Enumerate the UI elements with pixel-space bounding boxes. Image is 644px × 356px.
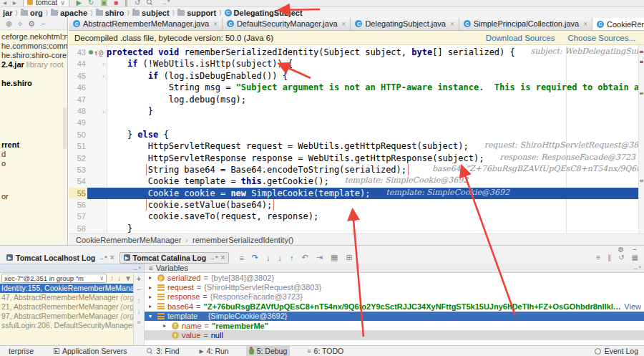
toolwindow-button-3-find[interactable]: 3: Find (144, 346, 182, 356)
code-line[interactable]: 55 Cookie cookie = new SimpleCookie(temp… (69, 188, 638, 199)
toolwindow-button-4-run[interactable]: ▶4: Run (197, 346, 232, 356)
code-line[interactable]: 54 Cookie template = this.getCookie();te… (69, 175, 638, 187)
hamburger-icon[interactable]: ≡ (239, 254, 243, 262)
download-sources-link[interactable]: Download Sources (486, 34, 555, 42)
expand-icon[interactable]: ▸ (149, 284, 155, 291)
editor-scrollbar[interactable] (638, 45, 644, 234)
move-down-icon[interactable]: ↓ (137, 307, 141, 315)
coverage-icon[interactable]: ▣ (101, 0, 107, 6)
code-line[interactable]: 52 HttpServletResponse response = WebUti… (69, 153, 638, 164)
fold-marker-icon[interactable]: ▿ (102, 59, 105, 69)
line-number[interactable]: 43 (69, 47, 87, 58)
line-number[interactable]: 44 (69, 58, 87, 69)
hide-panel-icon[interactable]: − (41, 19, 45, 28)
move-up-icon[interactable]: ↑ (137, 297, 141, 304)
more-icon[interactable]: » (137, 318, 141, 326)
variable-row[interactable]: ▸response={ResponseFacade@3723} (145, 292, 644, 302)
fold-marker-icon[interactable]: ▵ (102, 106, 105, 117)
forward-icon[interactable]: ▸ (13, 0, 16, 6)
line-number[interactable]: 48 (69, 105, 87, 117)
code-line[interactable]: 46 String msg = "Subject argument is not… (69, 82, 638, 93)
remove-watch-icon[interactable]: − (137, 286, 141, 294)
toolwindow-button-application-servers[interactable]: ▶Application Servers (51, 346, 130, 356)
run-icon[interactable]: ▶ (76, 0, 82, 6)
code-line[interactable]: 44▿ if (!WebUtils.isHttp(subject)) { (69, 58, 638, 69)
line-number[interactable]: 53 (69, 164, 87, 175)
line-number[interactable]: 51 (69, 140, 87, 152)
line-number[interactable]: 49 (69, 117, 87, 128)
breadcrumb-item-shiro[interactable]: shiro (96, 9, 125, 17)
stop-icon[interactable]: ■ (114, 0, 118, 6)
code-line[interactable]: 57 cookie.saveTo(request, response); (69, 211, 638, 222)
project-tree-item[interactable]: o (1, 159, 6, 168)
thread-dropdown[interactable]: xec-7"@2,351 in group "m ∨ (1, 274, 107, 283)
code-line[interactable]: 58 } (69, 223, 638, 234)
evaluate-expression-icon[interactable]: ▦ (331, 253, 338, 262)
project-tree-item[interactable]: he.commons:commo (1, 42, 68, 50)
next-frame-icon[interactable]: ↓ (117, 274, 121, 282)
fold-marker-icon[interactable]: ▿ (102, 71, 105, 82)
stack-frame-row[interactable]: Identity:155, CookieRememberMeManager (o (0, 284, 133, 293)
variable-row[interactable]: ▸fname="rememberMe" (145, 321, 644, 330)
close-icon[interactable]: × (110, 254, 114, 261)
code-line[interactable]: 45▿ if (log.isDebugEnabled()) { (69, 70, 638, 82)
variable-row[interactable]: ▸request={ShiroHttpServletRequest@3803} (145, 282, 644, 292)
drop-frame-icon[interactable]: ↶ (302, 253, 308, 262)
split-mode-icon[interactable]: ∥ (608, 254, 611, 261)
line-number[interactable]: 45 (69, 70, 87, 82)
force-step-into-icon[interactable]: ↓ (278, 254, 283, 262)
line-number[interactable]: 47 (69, 94, 87, 105)
restore-layout-icon[interactable]: ↺ (618, 254, 624, 261)
breadcrumb-item-org[interactable]: org (21, 9, 43, 17)
project-tree-item[interactable]: he.shiro:shiro-core:1 (1, 51, 68, 59)
code-line[interactable]: 50 } else { (69, 129, 638, 140)
layout-menu-icon[interactable]: ≡ (596, 254, 600, 261)
event-log-button[interactable]: Event Log (595, 347, 638, 355)
toolwindow-button-6-todo[interactable]: ≡6: TODO (304, 346, 346, 356)
close-icon[interactable]: × (450, 20, 454, 28)
step-over-icon[interactable]: ↷ (252, 253, 258, 262)
editor-tab[interactable]: CDelegatingSubject.java× (351, 18, 459, 30)
line-number[interactable]: 55 (69, 188, 87, 199)
code-line[interactable]: 53 String base64 = Base64.encodeToString… (69, 164, 638, 175)
breadcrumb-item-delegatingsubject[interactable]: CDelegatingSubject (225, 9, 303, 17)
project-tree-item[interactable]: rrent (1, 140, 19, 149)
stack-frame-row[interactable]: 97, AbstractRememberMeManager (org.apa (0, 312, 133, 321)
line-number[interactable]: 52 (69, 153, 87, 164)
expand-icon[interactable]: ▸ (149, 294, 155, 300)
run-to-cursor-icon[interactable]: ⇥ (316, 253, 323, 262)
breadcrumb-class[interactable]: CookieRememberMeManager (76, 236, 181, 244)
project-tree-item[interactable]: d (1, 150, 6, 158)
choose-sources-link[interactable]: Choose Sources... (567, 34, 635, 42)
stack-frame-row[interactable]: 21, AbstractRememberMeManager (org.apac (0, 302, 133, 312)
stripe-mark[interactable] (640, 180, 643, 182)
overrides-arrow-icon[interactable]: ↑ (94, 47, 98, 58)
fold-marker-icon[interactable]: ▿ (102, 47, 105, 58)
view-link[interactable]: View (624, 302, 641, 311)
tab-list-icon[interactable]: ≡ (638, 20, 641, 27)
code-line[interactable]: 49 (69, 117, 638, 128)
project-tree-scrollbar[interactable] (63, 107, 67, 149)
quick-evaluate-icon[interactable]: ⊞ (346, 253, 352, 262)
settings-gear-icon[interactable]: ⚙ (28, 19, 35, 29)
editor-tab[interactable]: CDefaultSecurityManager.java× (223, 18, 351, 30)
expand-icon[interactable]: ▸ (149, 274, 155, 281)
error-stripe-mark[interactable] (640, 51, 643, 53)
code-line[interactable]: 43↑@▿protected void rememberSerializedId… (69, 47, 638, 58)
project-tree-item[interactable]: 2.4.jar library root (1, 60, 64, 69)
project-tree-item[interactable]: or (1, 192, 9, 201)
toolwindow-button-5-debug[interactable]: 5: Debug (246, 346, 291, 356)
stack-frame-row[interactable]: ssfulLogin:206, DefaultSecurityManager (… (0, 321, 133, 330)
pin-icon[interactable]: →* (160, 0, 170, 6)
code-editor[interactable]: 43↑@▿protected void rememberSerializedId… (69, 45, 644, 234)
add-watch-icon[interactable]: + (137, 275, 141, 283)
line-number[interactable]: 54 (69, 175, 87, 187)
previous-frame-icon[interactable]: ↑ (110, 274, 114, 282)
step-into-icon[interactable]: ↓ (266, 254, 270, 262)
collapse-all-icon[interactable]: ÷ (18, 19, 22, 28)
tool-tab[interactable]: ▶Tomcat Catalina Log→*× (119, 252, 230, 264)
variable-row[interactable]: fvalue=null (145, 330, 644, 340)
back-icon[interactable]: ◂ (3, 0, 6, 6)
pin-icon[interactable]: →* (632, 264, 641, 271)
warning-stripe-mark[interactable] (640, 92, 643, 95)
